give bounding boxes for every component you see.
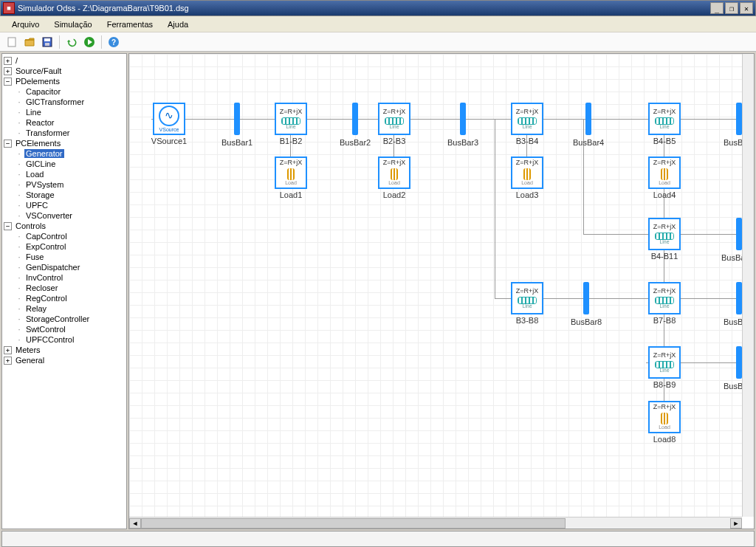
menu-ajuda[interactable]: Ajuda bbox=[160, 18, 196, 30]
scroll-thumb[interactable] bbox=[141, 518, 566, 529]
diagram-canvas[interactable]: ∿ VSource VSource1 BusBar1 BusBar2 BusBa… bbox=[129, 54, 742, 517]
open-icon[interactable] bbox=[22, 35, 37, 49]
minimize-button[interactable]: _ bbox=[710, 2, 724, 14]
block-vsource1[interactable]: ∿ VSource VSource1 bbox=[151, 103, 187, 145]
eq-label: Z=R+jX bbox=[280, 109, 303, 116]
tree-panel[interactable]: +/ +Source/Fault −PDelements ·Capacitor … bbox=[1, 53, 127, 529]
block-b2b3[interactable]: Z=R+jXLine B2-B3 bbox=[377, 103, 412, 145]
tree-capcontrol[interactable]: CapControl bbox=[24, 232, 69, 241]
scroll-left-icon[interactable]: ◄ bbox=[129, 518, 141, 529]
tree-meters[interactable]: Meters bbox=[14, 345, 42, 354]
busbar-label: BusBar3 bbox=[447, 138, 478, 147]
tree-toggle[interactable]: − bbox=[4, 140, 12, 148]
tree-toggle[interactable]: + bbox=[4, 357, 12, 365]
eq-label: Z=R+jX bbox=[653, 109, 676, 116]
busbar-label: BusBar8 bbox=[571, 317, 602, 326]
help-icon[interactable]: ? bbox=[106, 35, 121, 49]
undo-icon[interactable] bbox=[64, 35, 79, 49]
block-b4b5[interactable]: Z=R+jXLine B4-B5 bbox=[647, 103, 682, 145]
window-title: Simulador Odss - Z:\DiagramaBarra\T9B01.… bbox=[18, 4, 709, 13]
block-b4b11[interactable]: Z=R+jXLine B4-B11 bbox=[647, 218, 682, 261]
busbar11[interactable]: BusBar11 bbox=[721, 218, 742, 262]
busbar4[interactable]: BusBar4 bbox=[573, 103, 604, 147]
tree-regcontrol[interactable]: RegControl bbox=[24, 294, 69, 303]
tree-load[interactable]: Load bbox=[24, 170, 45, 179]
tree-generator[interactable]: Generator bbox=[24, 149, 64, 158]
busbar1[interactable]: BusBar1 bbox=[221, 103, 252, 147]
block-load8[interactable]: Z=R+jXLoad Load8 bbox=[647, 401, 682, 444]
maximize-button[interactable]: ❐ bbox=[725, 2, 738, 14]
busbar9[interactable]: BusBar9 bbox=[724, 346, 742, 391]
tree-toggle[interactable]: + bbox=[4, 67, 12, 75]
block-b7b8[interactable]: Z=R+jXLine B7-B8 bbox=[647, 282, 682, 325]
close-button[interactable]: ✕ bbox=[740, 2, 753, 14]
svg-rect-0 bbox=[8, 38, 16, 47]
busbar8[interactable]: BusBar8 bbox=[571, 282, 602, 326]
tree-toggle[interactable]: − bbox=[4, 78, 12, 86]
tree-recloser[interactable]: Recloser bbox=[24, 283, 59, 292]
tree-fuse[interactable]: Fuse bbox=[24, 252, 45, 261]
menu-ferramentas[interactable]: Ferramentas bbox=[100, 18, 160, 30]
busbar7[interactable]: BusBar7 bbox=[724, 282, 742, 326]
inductor-icon bbox=[385, 117, 404, 123]
tree-reactor[interactable]: Reactor bbox=[24, 118, 56, 127]
tree-capacitor[interactable]: Capacitor bbox=[24, 87, 62, 96]
tree-upfccontrol[interactable]: UPFCControl bbox=[24, 335, 75, 344]
block-b8b9[interactable]: Z=R+jXLine B8-B9 bbox=[647, 346, 682, 389]
block-b3b8[interactable]: Z=R+jXLine B3-B8 bbox=[509, 282, 545, 325]
inductor-icon bbox=[655, 361, 674, 367]
tree-swtcontrol[interactable]: SwtControl bbox=[24, 325, 67, 334]
menu-bar: Arquivo Simulação Ferramentas Ajuda bbox=[0, 16, 756, 32]
block-load2[interactable]: Z=R+jXLoad Load2 bbox=[377, 156, 412, 199]
scroll-right-icon[interactable]: ► bbox=[730, 518, 742, 529]
tree-expcontrol[interactable]: ExpControl bbox=[24, 242, 67, 251]
busbar3[interactable]: BusBar3 bbox=[447, 103, 478, 147]
eq-label: Z=R+jX bbox=[653, 159, 676, 167]
tree-upfc[interactable]: UPFC bbox=[24, 201, 49, 210]
menu-simulacao[interactable]: Simulação bbox=[47, 18, 99, 30]
tree-storagecontroller[interactable]: StorageController bbox=[24, 314, 91, 323]
horizontal-scrollbar[interactable]: ◄ ► bbox=[129, 517, 742, 529]
new-icon[interactable] bbox=[4, 35, 19, 49]
tree-line[interactable]: Line bbox=[24, 108, 43, 117]
busbar5[interactable]: BusBar5 bbox=[724, 103, 742, 147]
tree-relay[interactable]: Relay bbox=[24, 304, 48, 313]
line-sub: Line bbox=[659, 368, 669, 374]
line-sub: Line bbox=[659, 124, 669, 130]
tree-gictransformer[interactable]: GICTransformer bbox=[24, 97, 86, 106]
tree-pdelements[interactable]: PDelements bbox=[14, 77, 61, 86]
tree-sourcefault[interactable]: Source/Fault bbox=[14, 66, 63, 75]
block-load3[interactable]: Z=R+jXLoad Load3 bbox=[509, 156, 545, 199]
tree-general[interactable]: General bbox=[14, 356, 46, 365]
tree-gicline[interactable]: GICLine bbox=[24, 159, 57, 168]
vertical-scrollbar[interactable] bbox=[742, 54, 754, 517]
inductor-icon bbox=[655, 233, 674, 238]
busbar-label: BusBar7 bbox=[724, 317, 742, 326]
tree-toggle[interactable]: + bbox=[4, 57, 12, 65]
load-icon bbox=[523, 168, 531, 180]
tree-controls[interactable]: Controls bbox=[14, 221, 47, 230]
block-load1[interactable]: Z=R+jXLoad Load1 bbox=[273, 156, 309, 199]
tree-vsconverter[interactable]: VSConverter bbox=[24, 211, 74, 220]
tree-toggle[interactable]: − bbox=[4, 222, 12, 230]
line-sub: Line bbox=[522, 124, 532, 130]
block-load4[interactable]: Z=R+jXLoad Load4 bbox=[647, 156, 682, 199]
save-icon[interactable] bbox=[40, 35, 55, 49]
run-icon[interactable] bbox=[82, 35, 97, 49]
tree-storage[interactable]: Storage bbox=[24, 190, 56, 199]
load-icon bbox=[661, 168, 668, 180]
block-b1b2[interactable]: Z=R+jXLine B1-B2 bbox=[273, 103, 309, 145]
tree-toggle[interactable]: + bbox=[4, 346, 12, 354]
tree-root[interactable]: / bbox=[14, 56, 19, 65]
menu-arquivo[interactable]: Arquivo bbox=[4, 18, 47, 30]
tree-pcelements[interactable]: PCElements bbox=[14, 139, 62, 148]
block-b3b4[interactable]: Z=R+jXLine B3-B4 bbox=[509, 103, 545, 145]
block-label: B3-B8 bbox=[516, 316, 539, 325]
busbar2[interactable]: BusBar2 bbox=[340, 103, 371, 147]
tree-pvsystem[interactable]: PVSystem bbox=[24, 180, 65, 189]
tree-invcontrol[interactable]: InvControl bbox=[24, 273, 64, 282]
tree-gendispatcher[interactable]: GenDispatcher bbox=[24, 263, 81, 272]
tree-transformer[interactable]: Transformer bbox=[24, 128, 72, 137]
app-icon: ■ bbox=[3, 2, 15, 14]
line-sub: Line bbox=[659, 239, 669, 245]
